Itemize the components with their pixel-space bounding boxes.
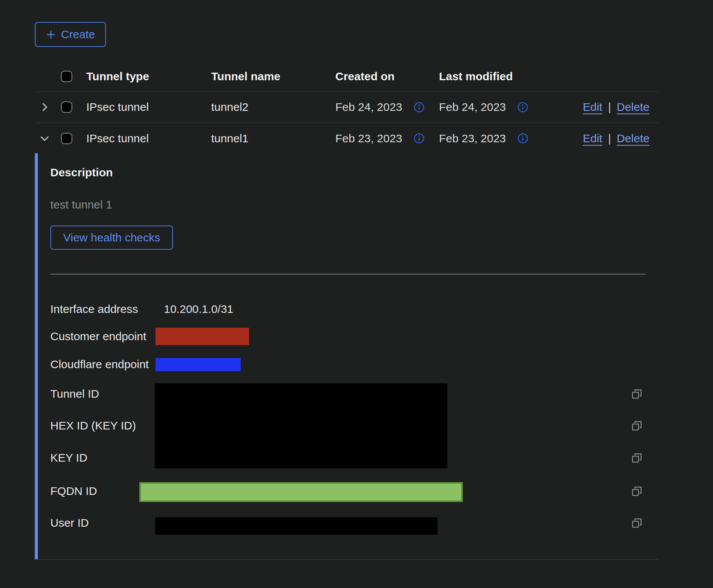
row-checkbox[interactable] — [61, 133, 72, 144]
actions-separator: | — [608, 101, 611, 114]
copy-icon — [631, 517, 642, 529]
created-on-cell: Feb 24, 2023 — [335, 101, 402, 114]
copy-fqdn-id-button[interactable] — [630, 485, 643, 498]
column-header-last-modified: Last modified — [439, 70, 513, 83]
interface-address-value: 10.200.1.0/31 — [164, 302, 234, 316]
expanded-row-accent-bar — [35, 153, 38, 559]
info-icon[interactable] — [414, 102, 425, 113]
tunnel-hex-key-id-redacted-value — [155, 383, 447, 468]
created-on-cell: Feb 23, 2023 — [335, 132, 402, 145]
copy-icon — [631, 420, 642, 431]
tunnel-name-cell: tunnel2 — [211, 101, 248, 114]
column-header-created-on: Created on — [335, 70, 395, 83]
select-all-checkbox[interactable] — [61, 71, 72, 82]
tunnel-id-label: Tunnel ID — [50, 387, 99, 401]
copy-icon — [631, 452, 642, 464]
plus-icon — [46, 30, 56, 40]
view-health-checks-button[interactable]: View health checks — [50, 226, 173, 250]
info-icon[interactable] — [517, 133, 528, 144]
edit-link[interactable]: Edit — [583, 101, 602, 114]
chevron-down-icon[interactable] — [39, 133, 50, 144]
hex-id-label: HEX ID (KEY ID) — [50, 419, 136, 432]
copy-tunnel-id-button[interactable] — [630, 387, 643, 400]
copy-hex-id-button[interactable] — [630, 419, 643, 432]
row-checkbox[interactable] — [61, 101, 72, 113]
actions-separator: | — [608, 132, 611, 145]
copy-user-id-button[interactable] — [630, 516, 643, 529]
customer-endpoint-redacted-value — [156, 328, 249, 345]
edit-link[interactable]: Edit — [583, 132, 602, 145]
key-id-label: KEY ID — [50, 451, 87, 465]
copy-icon — [631, 485, 642, 497]
user-id-redacted-value — [155, 517, 437, 535]
copy-key-id-button[interactable] — [630, 451, 643, 464]
table-row: IPsec tunnel tunnel2 Feb 24, 2023 Feb 24… — [35, 92, 659, 123]
tunnels-page: Create Tunnel type Tunnel name Created o… — [0, 0, 713, 588]
fqdn-id-redacted-value — [139, 482, 463, 502]
tunnel-details-panel: Description test tunnel 1 View health ch… — [35, 153, 659, 560]
last-modified-cell: Feb 24, 2023 — [439, 101, 506, 114]
section-divider — [50, 274, 646, 274]
table-row: IPsec tunnel tunnel1 Feb 23, 2023 Feb 23… — [35, 123, 659, 154]
customer-endpoint-label: Customer endpoint — [50, 330, 146, 343]
user-id-label: User ID — [50, 516, 89, 530]
view-health-checks-label: View health checks — [63, 231, 160, 244]
create-button[interactable]: Create — [35, 22, 106, 47]
description-label: Description — [50, 165, 113, 180]
fqdn-id-label: FQDN ID — [50, 484, 97, 498]
cloudflare-endpoint-redacted-value — [156, 358, 241, 371]
copy-icon — [631, 388, 642, 400]
column-header-tunnel-type: Tunnel type — [86, 70, 149, 83]
last-modified-cell: Feb 23, 2023 — [439, 132, 506, 145]
description-value: test tunnel 1 — [50, 198, 112, 212]
info-icon[interactable] — [414, 133, 425, 144]
info-icon[interactable] — [517, 102, 528, 113]
column-header-tunnel-name: Tunnel name — [211, 70, 280, 83]
create-button-label: Create — [61, 28, 95, 41]
cloudflare-endpoint-label: Cloudflare endpoint — [50, 358, 149, 371]
tunnel-type-cell: IPsec tunnel — [86, 132, 149, 145]
tunnel-type-cell: IPsec tunnel — [86, 101, 149, 114]
delete-link[interactable]: Delete — [617, 101, 650, 114]
delete-link[interactable]: Delete — [617, 132, 650, 145]
interface-address-label: Interface address — [50, 302, 138, 316]
tunnel-name-cell: tunnel1 — [211, 132, 248, 145]
table-header-row: Tunnel type Tunnel name Created on Last … — [35, 61, 659, 92]
chevron-right-icon[interactable] — [39, 101, 50, 113]
